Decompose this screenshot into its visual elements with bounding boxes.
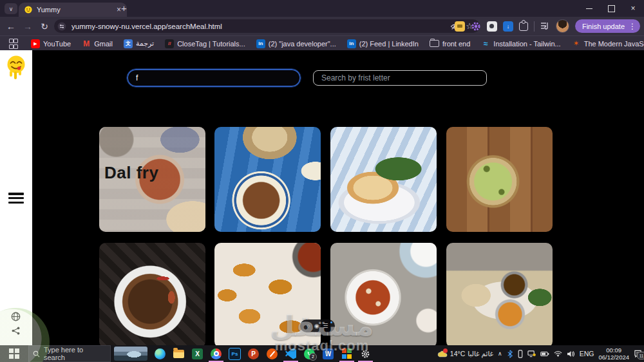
taskbar-powerpoint-icon[interactable]: P (244, 345, 263, 362)
taskbar-search[interactable]: Type here to search (28, 345, 111, 362)
url-text[interactable]: yummy-snowy-nu.vercel.app/searchMeal.htm… (71, 23, 445, 30)
meal-card[interactable] (99, 243, 205, 348)
taskbar-settings-gear-icon[interactable] (356, 345, 375, 362)
whatsapp-badge: 2 (309, 353, 317, 361)
tailwind-icon: ≈ (481, 39, 490, 48)
wifi-icon[interactable] (554, 350, 562, 357)
taskbar-paint-icon[interactable] (337, 345, 356, 362)
meal-card[interactable] (330, 243, 437, 348)
share-icon[interactable] (12, 327, 20, 335)
media-controls-icon[interactable] (540, 22, 550, 30)
bookmark-youtube[interactable]: ▶YouTube (31, 39, 71, 48)
toolbar-divider (534, 21, 535, 32)
bookmark-folder-frontend[interactable]: front end (430, 40, 470, 48)
window-minimize-button[interactable] (578, 0, 600, 17)
address-bar[interactable]: yummy-snowy-nu.vercel.app/searchMeal.htm… (54, 19, 480, 33)
meal-card[interactable] (214, 127, 321, 232)
site-settings-icon[interactable] (57, 22, 66, 31)
annotation-eye-icon: ◉ (314, 323, 319, 329)
meal-card[interactable] (446, 127, 553, 232)
bookmark-tailwind[interactable]: ≈Installation - Tailwin... (481, 39, 560, 48)
minimize-icon (586, 8, 592, 9)
extension-download-icon[interactable]: ↓ (503, 21, 513, 32)
temperature: 14°C (450, 350, 465, 357)
taskbar-photoshop-icon[interactable]: Ps (225, 345, 244, 362)
bookmark-label: YouTube (43, 40, 71, 48)
window-maximize-button[interactable] (600, 0, 622, 17)
linkedin-icon: in (347, 39, 356, 48)
finish-update-label: Finish update (582, 23, 625, 30)
tab-close-icon[interactable]: × (117, 5, 121, 14)
meal-card-dal-fry[interactable]: Dal fry (99, 127, 205, 232)
menu-hamburger-icon[interactable] (8, 191, 24, 205)
translate-icon: 文 (124, 39, 133, 48)
folder-icon (430, 40, 439, 47)
finish-update-button[interactable]: Finish update ⋮ (575, 19, 640, 33)
reload-icon[interactable]: ↻ (36, 17, 53, 35)
extension-gear-icon[interactable] (471, 21, 481, 32)
youtube-icon: ▶ (31, 39, 40, 48)
bookmark-label: The Modern JavaScr... (584, 40, 644, 48)
bluetooth-icon[interactable] (507, 350, 513, 358)
tray-chevron-icon[interactable]: ∧ (498, 350, 502, 357)
taskbar-explorer-icon[interactable] (169, 345, 188, 362)
windows-logo-icon (9, 348, 19, 359)
tab-search-chevron-icon[interactable]: ∨ (5, 3, 17, 14)
taskbar-vscode-icon[interactable] (281, 345, 300, 362)
bookmark-label: front end (442, 40, 470, 48)
browser-menu-kebab-icon[interactable]: ⋮ (629, 22, 636, 31)
new-tab-button[interactable]: + (121, 3, 127, 14)
page-content: Dal fry (0, 50, 644, 345)
back-icon[interactable]: ← (3, 17, 19, 35)
bookmark-closetag[interactable]: //CloseTag | Tutorials... (165, 39, 245, 48)
yummy-logo-icon[interactable] (5, 55, 27, 83)
extension-circle-icon[interactable] (487, 21, 497, 32)
taskbar-word-icon[interactable]: W (319, 345, 337, 362)
forward-icon[interactable]: → (19, 17, 36, 35)
linkedin-icon: in (256, 39, 265, 48)
apps-grid-icon[interactable] (9, 39, 17, 49)
bookmark-label: Gmail (94, 40, 113, 48)
weather-widget-image[interactable] (114, 347, 147, 361)
bookmark-modern-js[interactable]: ✶The Modern JavaScr... (572, 39, 644, 48)
notification-count-badge: 11 (637, 352, 644, 359)
bookmark-translate[interactable]: 文ترجمة (124, 39, 154, 48)
notification-center-button[interactable]: 11 (634, 350, 642, 357)
tray-weather[interactable]: 14°C غائم غالبا (437, 350, 493, 357)
meal-title: Dal fry (104, 163, 158, 183)
search-meal-input[interactable] (127, 69, 301, 87)
volume-icon[interactable] (567, 350, 575, 357)
meal-image (446, 243, 553, 348)
window-close-button[interactable]: × (622, 0, 644, 17)
tray-clock[interactable]: 00:09 06/12/2024 (598, 347, 629, 361)
extension-folder-icon[interactable] (455, 21, 465, 32)
taskbar-edge-icon[interactable] (151, 345, 169, 362)
taskbar-chrome-icon[interactable] (207, 345, 225, 362)
globe-icon[interactable] (11, 312, 21, 321)
weather-alert-badge (443, 348, 448, 353)
bookmarks-bar: ▶YouTube MGmail 文ترجمة //CloseTag | Tuto… (0, 35, 644, 51)
taskbar-pen-app-icon[interactable] (263, 345, 281, 362)
bookmark-gmail[interactable]: MGmail (82, 39, 113, 48)
search-by-letter-input[interactable] (313, 70, 487, 86)
meal-card[interactable] (446, 243, 553, 348)
browser-tab[interactable]: Yummy × (19, 3, 127, 17)
phone-device-icon[interactable] (518, 350, 523, 358)
battery-icon[interactable] (540, 351, 549, 357)
meal-image (330, 243, 437, 348)
closetag-icon: // (165, 39, 174, 48)
bookmark-label: Installation - Tailwin... (493, 40, 560, 48)
profile-avatar[interactable] (556, 19, 569, 33)
clock-date: 06/12/2024 (598, 354, 629, 361)
extensions-puzzle-icon[interactable] (519, 22, 528, 31)
pc-status-icon[interactable] (527, 350, 536, 357)
annotation-dot (330, 321, 332, 323)
bookmark-linkedin-java[interactable]: in(2) "java developer"... (256, 39, 336, 48)
start-button[interactable] (0, 345, 28, 362)
bookmark-linkedin-feed[interactable]: in(2) Feed | LinkedIn (347, 39, 419, 48)
search-icon (33, 350, 40, 357)
language-indicator[interactable]: ENG (580, 350, 594, 357)
taskbar-excel-icon[interactable]: X (188, 345, 207, 362)
meal-card[interactable] (330, 127, 437, 232)
taskbar-whatsapp-icon[interactable]: 2 (300, 345, 319, 362)
